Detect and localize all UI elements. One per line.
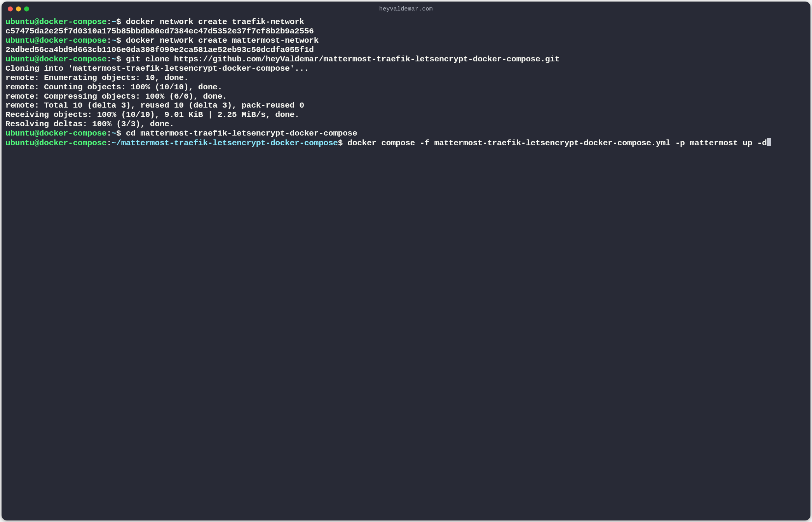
prompt-user: ubuntu	[5, 139, 34, 148]
traffic-lights	[8, 7, 29, 12]
prompt-user: ubuntu	[5, 129, 34, 138]
terminal-line: Receiving objects: 100% (10/10), 9.01 Ki…	[5, 110, 807, 120]
output-text: 2adbed56ca4bd9d663cb1106e0da308f090e2ca5…	[5, 45, 314, 54]
terminal-line: Cloning into 'mattermost-traefik-letsenc…	[5, 64, 807, 73]
command-text: docker network create mattermost-network	[126, 36, 319, 45]
prompt-colon: :	[106, 129, 111, 138]
command-text: docker network create traefik-network	[126, 17, 304, 26]
output-text: Cloning into 'mattermost-traefik-letsenc…	[5, 64, 309, 73]
titlebar: heyvaldemar.com	[2, 2, 810, 16]
prompt-at: @	[34, 36, 39, 45]
prompt-path: ~	[112, 17, 116, 26]
prompt-user: ubuntu	[5, 36, 34, 45]
terminal-line: ubuntu@docker-compose:~$ docker network …	[5, 36, 807, 45]
prompt-at: @	[34, 129, 39, 138]
close-icon[interactable]	[8, 7, 13, 12]
terminal-line: remote: Counting objects: 100% (10/10), …	[5, 83, 807, 92]
prompt-path: ~	[112, 36, 116, 45]
terminal-line: remote: Compressing objects: 100% (6/6),…	[5, 92, 807, 101]
command-text: git clone https://github.com/heyValdemar…	[126, 55, 559, 64]
prompt-host: docker-compose	[39, 55, 107, 64]
cursor	[767, 138, 771, 146]
prompt-host: docker-compose	[39, 36, 107, 45]
prompt-symbol: $	[116, 129, 126, 138]
output-text: remote: Total 10 (delta 3), reused 10 (d…	[5, 101, 304, 110]
prompt-colon: :	[106, 36, 111, 45]
prompt-host: docker-compose	[39, 139, 107, 148]
prompt-colon: :	[106, 55, 111, 64]
terminal-line: ubuntu@docker-compose:~$ cd mattermost-t…	[5, 129, 807, 138]
terminal-line: Resolving deltas: 100% (3/3), done.	[5, 120, 807, 129]
output-text: Receiving objects: 100% (10/10), 9.01 Ki…	[5, 110, 300, 119]
prompt-path: ~/mattermost-traefik-letsencrypt-docker-…	[112, 139, 338, 148]
prompt-host: docker-compose	[39, 17, 107, 26]
minimize-icon[interactable]	[16, 7, 21, 12]
maximize-icon[interactable]	[24, 7, 29, 12]
terminal-window: heyvaldemar.com ubuntu@docker-compose:~$…	[2, 2, 810, 520]
output-text: remote: Compressing objects: 100% (6/6),…	[5, 92, 227, 101]
terminal-line: c57475da2e25f7d0310a175b85bbdb80ed7384ec…	[5, 27, 807, 36]
prompt-symbol: $	[116, 36, 126, 45]
terminal-line: 2adbed56ca4bd9d663cb1106e0da308f090e2ca5…	[5, 45, 807, 55]
output-text: remote: Enumerating objects: 10, done.	[5, 73, 188, 82]
output-text: Resolving deltas: 100% (3/3), done.	[5, 120, 174, 129]
output-text: c57475da2e25f7d0310a175b85bbdb80ed7384ec…	[5, 27, 314, 36]
terminal-line: remote: Total 10 (delta 3), reused 10 (d…	[5, 101, 807, 110]
prompt-host: docker-compose	[39, 129, 107, 138]
terminal-line: ubuntu@docker-compose:~$ docker network …	[5, 17, 807, 27]
prompt-colon: :	[106, 139, 111, 148]
prompt-colon: :	[106, 17, 111, 26]
prompt-path: ~	[112, 55, 116, 64]
prompt-symbol: $	[116, 17, 126, 26]
output-text: remote: Counting objects: 100% (10/10), …	[5, 83, 222, 92]
command-text: docker compose -f mattermost-traefik-let…	[348, 139, 767, 148]
terminal-line: remote: Enumerating objects: 10, done.	[5, 73, 807, 83]
prompt-at: @	[34, 139, 39, 148]
prompt-symbol: $	[116, 55, 126, 64]
terminal-line: ubuntu@docker-compose:~/mattermost-traef…	[5, 138, 807, 148]
terminal-body[interactable]: ubuntu@docker-compose:~$ docker network …	[2, 16, 810, 152]
prompt-path: ~	[112, 129, 116, 138]
prompt-user: ubuntu	[5, 17, 34, 26]
terminal-line: ubuntu@docker-compose:~$ git clone https…	[5, 55, 807, 64]
prompt-symbol: $	[338, 139, 348, 148]
prompt-at: @	[34, 17, 39, 26]
window-title: heyvaldemar.com	[379, 6, 433, 12]
prompt-at: @	[34, 55, 39, 64]
command-text: cd mattermost-traefik-letsencrypt-docker…	[126, 129, 357, 138]
prompt-user: ubuntu	[5, 55, 34, 64]
